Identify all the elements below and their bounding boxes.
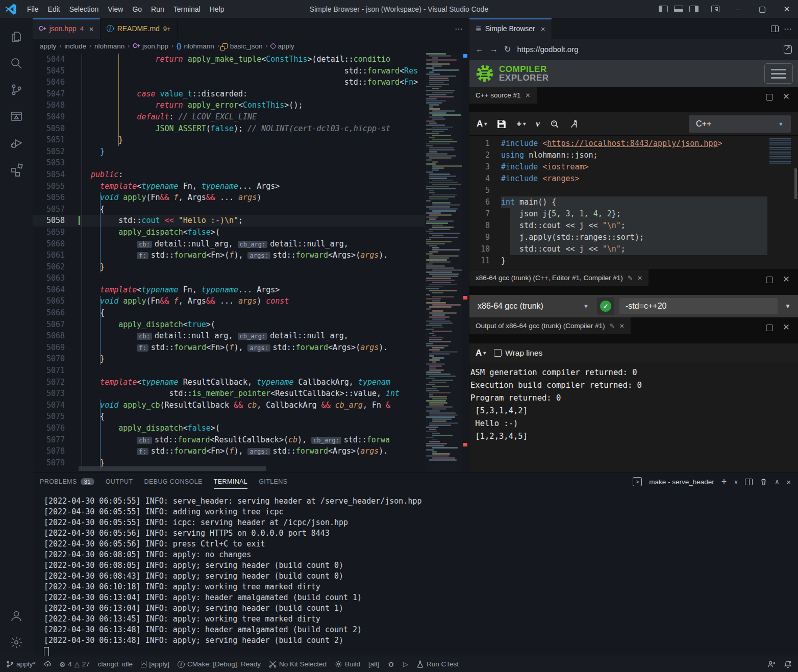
compiler-select[interactable]: x86-64 gcc (trunk) ▼ [475,302,592,311]
menu-help[interactable]: Help [205,0,229,18]
breadcrumb-item[interactable]: apply [271,42,294,50]
account-icon[interactable] [4,603,29,629]
vim-toggle-icon[interactable]: v [536,119,540,129]
close-pane-icon[interactable]: ✕ [783,322,790,333]
back-icon[interactable]: ← [476,45,484,54]
toggle-secondary-sidebar-icon[interactable] [689,6,699,12]
breadcrumb-item[interactable]: include [64,42,86,50]
notifications-bell-icon[interactable] [784,660,792,668]
close-icon[interactable]: × [89,24,94,33]
add-pane-button[interactable]: +▾ [516,119,526,129]
toggle-panel-icon[interactable] [674,6,683,12]
hamburger-menu-icon[interactable] [764,63,793,84]
feedback-icon[interactable] [767,660,776,668]
terminal-session-label[interactable]: make - serve_header [649,478,714,486]
clangd-status-item[interactable]: clangd: idle [98,660,133,668]
panel-tab-problems[interactable]: PROBLEMS31 [40,472,94,491]
tab-json.hpp[interactable]: C+json.hpp4× [33,18,101,39]
cmake-build-item[interactable]: Build [335,660,360,668]
close-pane-icon[interactable]: ✕ [783,91,790,102]
run-debug-icon[interactable] [4,130,29,156]
new-terminal-icon[interactable]: + [721,477,727,487]
breadcrumb-item[interactable]: {}nlohmann [177,42,214,50]
breadcrumb[interactable]: apply›include›nlohmann›C+json.hpp›{}nloh… [33,39,469,53]
minimap[interactable] [425,53,462,472]
breadcrumb-item[interactable]: apply [40,42,56,50]
compiler-options-input[interactable]: -std=c++20 [619,298,778,314]
wrap-lines-checkbox[interactable]: Wrap lines [494,349,542,358]
maximize-pane-icon[interactable]: ▢ [765,322,774,333]
maximize-button[interactable]: ▢ [751,0,774,18]
split-editor-icon[interactable] [771,26,779,32]
explorer-icon[interactable] [4,23,29,50]
debug-item[interactable] [387,660,395,668]
customize-layout-icon[interactable] [711,6,719,12]
font-size-button[interactable]: A▾ [477,119,487,129]
problems-item[interactable]: ⊗4 △27 [60,660,90,668]
edit-icon[interactable]: ✎ [610,322,615,330]
publish-changes-item[interactable] [44,660,52,668]
panel-tab-output[interactable]: OUTPUT [106,472,133,491]
edit-icon[interactable]: ✎ [628,275,633,282]
panel-tab-debug-console[interactable]: DEBUG CONSOLE [144,472,203,491]
menu-view[interactable]: View [103,0,128,18]
cmake-project-item[interactable]: [apply] [141,660,169,668]
forward-icon[interactable]: → [490,45,498,54]
compiler-pane-tab[interactable]: x86-64 gcc (trunk) (C++, Editor #1, Comp… [469,269,649,286]
minimize-button[interactable]: – [727,0,749,18]
extensions-icon[interactable] [4,156,29,183]
menu-file[interactable]: File [22,0,43,18]
cmake-view-icon[interactable] [4,103,29,130]
reload-icon[interactable]: ↻ [504,44,511,54]
breadcrumb-item[interactable]: basic_json [222,42,263,50]
close-icon[interactable]: × [541,24,545,33]
url-input[interactable] [517,45,778,54]
toggle-sidebar-icon[interactable] [659,6,668,12]
split-terminal-icon[interactable] [745,479,753,485]
output-pane-tab[interactable]: Output of x86-64 gcc (trunk) (Compiler #… [469,317,631,334]
breadcrumb-item[interactable]: nlohmann [94,42,124,50]
git-branch-item[interactable]: apply* [6,660,36,668]
menu-selection[interactable]: Selection [65,0,104,18]
maximize-pane-icon[interactable]: ▢ [765,91,774,102]
menu-run[interactable]: Run [146,0,169,18]
maximize-panel-icon[interactable]: ∧ [775,478,779,485]
horizontal-scrollbar[interactable] [79,466,266,471]
close-icon[interactable]: ✕ [619,322,625,330]
close-pane-icon[interactable]: ✕ [783,274,790,285]
language-select[interactable]: C++ ▼ [689,115,791,133]
panel-tab-terminal[interactable]: TERMINAL [214,472,247,491]
source-pane-tab[interactable]: C++ source #1 ✕ [469,87,537,104]
ce-source-editor[interactable]: 1#include <https://localhost:8443/apply/… [469,136,798,269]
terminal-dropdown-icon[interactable]: ∨ [734,479,738,485]
build-target-item[interactable]: [all] [368,660,379,668]
terminal-output[interactable]: [2022-04-30 06:05:55] INFO: serve_header… [33,491,798,656]
font-size-button[interactable]: A▾ [476,348,486,358]
ce-scrollbar[interactable] [794,168,797,199]
menu-terminal[interactable]: Terminal [169,0,205,18]
maximize-pane-icon[interactable]: ▢ [765,274,774,285]
kill-terminal-icon[interactable] [760,478,767,486]
close-icon[interactable]: ✕ [637,275,642,282]
cpp-insights-icon[interactable] [550,119,559,129]
panel-tab-gitlens[interactable]: GITLENS [259,472,287,491]
close-panel-icon[interactable]: × [786,478,791,486]
source-control-icon[interactable] [4,77,29,103]
more-actions-icon[interactable]: ⋯ [455,24,463,34]
quick-bench-icon[interactable] [569,119,579,129]
tab-simple-browser[interactable]: ≣ Simple Browser × [469,18,552,39]
code-editor[interactable]: 5044return apply_make_tuple<ConstThis>(d… [33,53,469,472]
settings-gear-icon[interactable] [4,629,29,656]
tab-README.md[interactable]: iREADME.md9+ [101,18,178,39]
open-external-icon[interactable] [784,45,792,54]
menu-go[interactable]: Go [128,0,146,18]
options-dropdown-icon[interactable]: ▼ [783,303,793,310]
cmake-status-item[interactable]: i CMake: [Debug]: Ready [178,660,261,668]
breadcrumb-item[interactable]: C+json.hpp [133,42,168,50]
menu-edit[interactable]: Edit [43,0,65,18]
close-button[interactable]: ✕ [776,0,798,18]
launch-item[interactable]: ▷ [403,660,408,668]
cmake-kit-item[interactable]: No Kit Selected [269,660,327,668]
save-icon[interactable] [497,119,506,129]
ctest-item[interactable]: Run CTest [416,660,459,668]
